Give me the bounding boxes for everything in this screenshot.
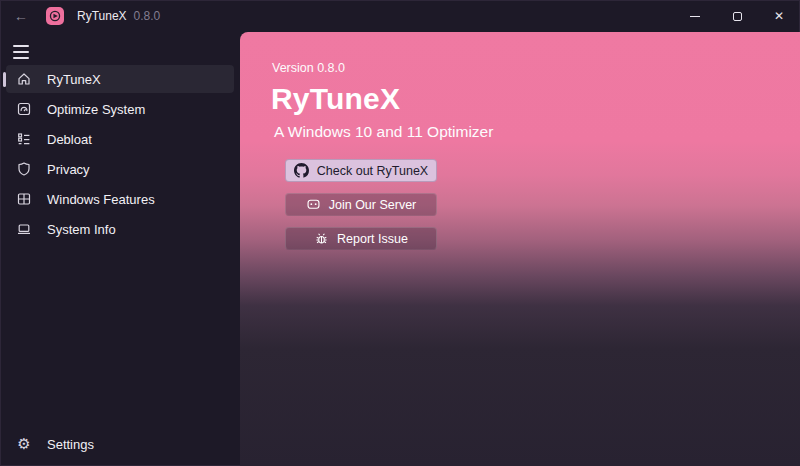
sidebar: RyTuneX Optimize System bbox=[0, 32, 240, 466]
back-button[interactable]: ← bbox=[6, 3, 36, 29]
sidebar-item-label: Optimize System bbox=[47, 102, 145, 117]
sidebar-item-label: Debloat bbox=[47, 132, 92, 147]
hamburger-icon bbox=[13, 45, 29, 47]
debloat-list-icon bbox=[16, 131, 32, 147]
windows-grid-icon bbox=[16, 191, 32, 207]
sidebar-item-settings[interactable]: ⚙ Settings bbox=[6, 430, 234, 458]
window-title: RyTuneX 0.8.0 bbox=[77, 9, 160, 23]
github-icon bbox=[294, 163, 309, 178]
sidebar-settings: ⚙ Settings bbox=[0, 430, 240, 460]
sidebar-item-label: Settings bbox=[47, 437, 94, 452]
app-window: ← RyTuneX 0.8.0 ✕ bbox=[0, 0, 800, 466]
sidebar-item-label: RyTuneX bbox=[47, 72, 101, 87]
sidebar-nav: RyTuneX Optimize System bbox=[0, 65, 240, 245]
button-label: Report Issue bbox=[337, 232, 408, 246]
sidebar-item-rytunex[interactable]: RyTuneX bbox=[6, 65, 234, 93]
gear-icon: ⚙ bbox=[16, 436, 32, 452]
optimize-gauge-icon bbox=[16, 101, 32, 117]
hero-subtitle: A Windows 10 and 11 Optimizer bbox=[274, 123, 800, 141]
button-label: Join Our Server bbox=[329, 198, 417, 212]
maximize-button[interactable] bbox=[716, 0, 758, 32]
app-logo-icon bbox=[46, 7, 64, 25]
titlebar: ← RyTuneX 0.8.0 ✕ bbox=[0, 0, 800, 32]
sidebar-item-debloat[interactable]: Debloat bbox=[6, 125, 234, 153]
sidebar-item-label: Privacy bbox=[47, 162, 90, 177]
sidebar-item-label: Windows Features bbox=[47, 192, 155, 207]
window-controls: ✕ bbox=[674, 0, 800, 32]
sidebar-item-optimize-system[interactable]: Optimize System bbox=[6, 95, 234, 123]
bug-icon bbox=[314, 231, 329, 246]
main-content: Version 0.8.0 RyTuneX A Windows 10 and 1… bbox=[240, 32, 800, 466]
hero-version-label: Version 0.8.0 bbox=[272, 61, 800, 75]
sidebar-item-windows-features[interactable]: Windows Features bbox=[6, 185, 234, 213]
sidebar-item-label: System Info bbox=[47, 222, 116, 237]
sidebar-item-privacy[interactable]: Privacy bbox=[6, 155, 234, 183]
hero-title: RyTuneX bbox=[271, 82, 800, 116]
shield-icon bbox=[16, 161, 32, 177]
button-label: Check out RyTuneX bbox=[317, 164, 428, 178]
minimize-icon bbox=[690, 16, 700, 17]
check-out-rytunex-button[interactable]: Check out RyTuneX bbox=[285, 159, 437, 182]
home-icon bbox=[16, 71, 32, 87]
maximize-icon bbox=[733, 12, 742, 21]
discord-icon bbox=[306, 197, 321, 212]
report-issue-button[interactable]: Report Issue bbox=[285, 227, 437, 250]
hero-section: Version 0.8.0 RyTuneX A Windows 10 and 1… bbox=[240, 32, 800, 250]
hero-button-stack: Check out RyTuneX Join Our Server bbox=[285, 159, 437, 250]
close-icon: ✕ bbox=[774, 10, 784, 22]
app-version: 0.8.0 bbox=[134, 9, 161, 23]
laptop-icon bbox=[16, 221, 32, 237]
sidebar-item-system-info[interactable]: System Info bbox=[6, 215, 234, 243]
minimize-button[interactable] bbox=[674, 0, 716, 32]
close-button[interactable]: ✕ bbox=[758, 0, 800, 32]
hamburger-menu-button[interactable] bbox=[7, 38, 37, 66]
join-our-server-button[interactable]: Join Our Server bbox=[285, 193, 437, 216]
selection-indicator bbox=[3, 72, 6, 87]
back-arrow-icon: ← bbox=[14, 8, 28, 24]
app-name: RyTuneX bbox=[77, 9, 127, 23]
